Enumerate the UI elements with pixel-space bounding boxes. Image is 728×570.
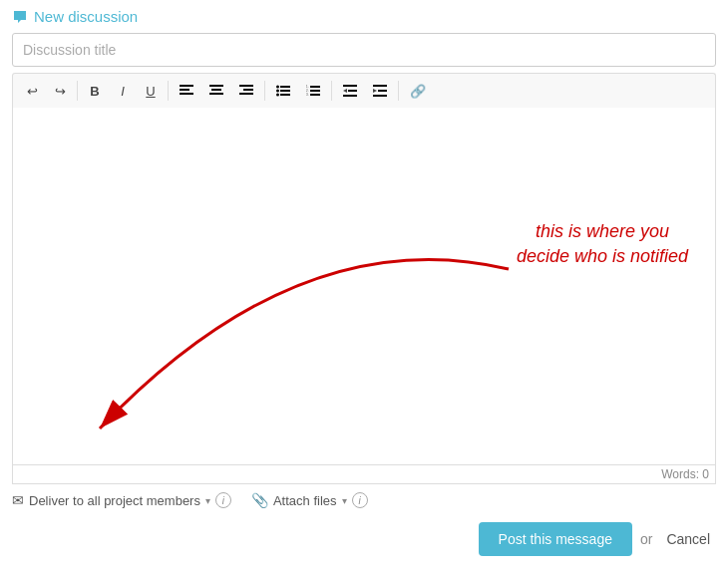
svg-marker-26 [373,89,377,93]
deliver-option[interactable]: ✉ Deliver to all project members ▾ i [12,492,231,508]
svg-marker-22 [343,89,347,93]
italic-button[interactable]: I [110,78,136,104]
deliver-chevron-icon: ▾ [205,495,210,506]
align-right-button[interactable] [232,78,260,104]
post-message-button[interactable]: Post this message [479,522,632,556]
ordered-list-button[interactable]: 1. 2. 3. [299,78,327,104]
bottom-options-bar: ✉ Deliver to all project members ▾ i 📎 A… [12,484,716,516]
underline-button[interactable]: U [138,78,164,104]
bold-button[interactable]: B [82,78,108,104]
attach-option[interactable]: 📎 Attach files ▾ i [251,492,368,508]
svg-rect-6 [239,85,253,87]
words-count: Words: 0 [12,465,716,484]
svg-rect-16 [310,86,320,88]
svg-rect-28 [373,95,387,97]
attach-label: Attach files [273,493,337,508]
svg-rect-24 [343,95,357,97]
svg-rect-8 [239,93,253,95]
toolbar-separator-3 [264,81,265,101]
svg-rect-0 [180,85,193,87]
discussion-title-input[interactable] [12,33,716,67]
svg-point-9 [276,86,279,89]
redo-button[interactable]: ↪ [47,78,73,104]
svg-rect-4 [211,89,221,91]
editor-toolbar: ↩ ↪ B I U 1. [12,73,716,108]
svg-rect-27 [378,90,387,92]
align-left-button[interactable] [173,78,200,104]
undo-button[interactable]: ↩ [19,78,45,104]
deliver-info-icon[interactable]: i [215,492,231,508]
svg-rect-5 [209,93,223,95]
svg-rect-1 [180,89,189,91]
deliver-label: Deliver to all project members [29,493,200,508]
svg-rect-2 [180,93,193,95]
svg-point-11 [276,90,279,93]
page-title-text: New discussion [34,8,138,25]
svg-rect-3 [209,85,223,87]
svg-rect-7 [243,89,253,91]
svg-rect-20 [310,94,320,96]
attach-info-icon[interactable]: i [352,492,368,508]
discussion-icon [12,9,28,25]
svg-rect-25 [373,85,387,87]
svg-rect-10 [280,86,290,88]
cancel-button[interactable]: Cancel [660,522,716,556]
svg-rect-23 [348,90,357,92]
toolbar-separator-2 [168,81,169,101]
page-title: New discussion [12,8,716,25]
svg-text:3.: 3. [306,93,309,97]
email-icon: ✉ [12,492,24,508]
align-center-button[interactable] [202,78,230,104]
link-button[interactable]: 🔗 [403,78,433,104]
actions-bar: Post this message or Cancel [12,516,716,562]
toolbar-separator-4 [331,81,332,101]
toolbar-separator-5 [398,81,399,101]
editor-body[interactable] [12,108,716,465]
svg-rect-12 [280,90,290,92]
svg-point-13 [276,94,279,97]
svg-rect-21 [343,85,357,87]
outdent-button[interactable] [336,78,364,104]
indent-button[interactable] [366,78,394,104]
svg-rect-14 [280,94,290,96]
toolbar-separator-1 [77,81,78,101]
bullet-list-button[interactable] [269,78,297,104]
paperclip-icon: 📎 [251,492,268,508]
attach-chevron-icon: ▾ [342,495,347,506]
svg-rect-18 [310,90,320,92]
or-text: or [640,531,652,547]
